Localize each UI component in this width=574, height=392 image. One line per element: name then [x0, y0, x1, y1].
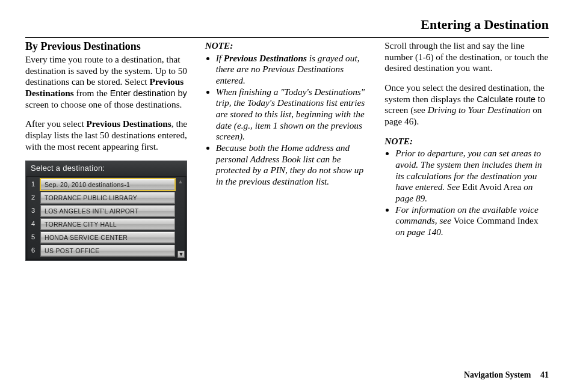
intro-paragraph-2: After you select Previous Destinations, … [25, 118, 190, 152]
divider [25, 37, 549, 38]
text: Calculate route to [477, 94, 545, 104]
scroll-down-icon[interactable]: ▼ [177, 251, 185, 258]
instruction-paragraph: Once you select the desired destination,… [384, 82, 549, 127]
three-column-layout: By Previous Destinations Every time you … [25, 40, 549, 261]
row-number: 4 [28, 218, 40, 230]
note-heading: NOTE: [384, 136, 549, 147]
footer-label: Navigation System [464, 370, 531, 379]
list-item[interactable]: 1 Sep. 20, 2010 destinations-1 [28, 179, 175, 191]
column-2: NOTE: If Previous Destinations is grayed… [205, 40, 369, 261]
column-3: Scroll through the list and say the line… [384, 40, 549, 261]
text: screen (see [384, 105, 427, 115]
text: on page 140. [395, 227, 443, 237]
note-item: Prior to departure, you can set areas to… [395, 148, 549, 204]
note-item: If Previous Destinations is grayed out, … [216, 53, 369, 87]
device-body: 1 Sep. 20, 2010 destinations-1 2 TORRANC… [26, 177, 187, 260]
note-heading: NOTE: [205, 40, 369, 52]
manual-page: Entering a Destination By Previous Desti… [0, 0, 574, 392]
text: from the [74, 88, 110, 98]
row-label: US POST OFFICE [40, 245, 175, 257]
text: Enter destination by [110, 88, 187, 98]
text: After you select [25, 118, 87, 129]
text: Driving to Your Destination [428, 105, 531, 115]
list-item[interactable]: 3 LOS ANGELES INT'L AIRPORT [28, 205, 175, 217]
note-list: If Previous Destinations is grayed out, … [205, 53, 369, 188]
row-label: Sep. 20, 2010 destinations-1 [40, 179, 175, 191]
row-label: TORRANCE CITY HALL [40, 218, 175, 230]
row-number: 5 [28, 231, 40, 243]
note-item: When finishing a "Today's Destinations" … [216, 87, 369, 142]
note-item: For information on the available voice c… [395, 204, 549, 238]
row-number: 6 [28, 245, 40, 257]
text: Previous Destinations [224, 53, 307, 63]
page-footer: Navigation System 41 [464, 370, 549, 380]
device-header: Select a destination: [26, 161, 187, 177]
note-item: Because both the Home address and person… [216, 142, 369, 188]
destination-list: 1 Sep. 20, 2010 destinations-1 2 TORRANC… [26, 177, 177, 260]
text: Voice Command Index [454, 215, 539, 225]
row-label: HONDA SERVICE CENTER [40, 231, 175, 243]
page-number: 41 [540, 370, 549, 379]
nav-device-screenshot: Select a destination: 1 Sep. 20, 2010 de… [25, 161, 187, 261]
text: Previous Destinations [87, 118, 171, 129]
scrollbar: ▲ ▼ [177, 177, 187, 260]
row-number: 2 [28, 192, 40, 204]
row-number: 3 [28, 205, 40, 217]
section-heading: By Previous Destinations [25, 40, 190, 54]
list-item[interactable]: 2 TORRANCE PUBLIC LIBRARY [28, 192, 175, 204]
list-item[interactable]: 5 HONDA SERVICE CENTER [28, 231, 175, 243]
intro-paragraph-1: Every time you route to a destination, t… [25, 54, 190, 110]
list-item[interactable]: 6 US POST OFFICE [28, 245, 175, 257]
row-number: 1 [28, 179, 40, 191]
row-label: TORRANCE PUBLIC LIBRARY [40, 192, 175, 204]
row-label: LOS ANGELES INT'L AIRPORT [40, 205, 175, 217]
scroll-up-icon[interactable]: ▲ [177, 179, 184, 185]
text: Edit Avoid Area [462, 182, 521, 192]
text: screen to choose one of those destinatio… [25, 99, 182, 109]
list-item[interactable]: 4 TORRANCE CITY HALL [28, 218, 175, 230]
instruction-paragraph: Scroll through the list and say the line… [384, 40, 549, 74]
column-1: By Previous Destinations Every time you … [25, 40, 190, 261]
text: If [216, 53, 224, 63]
page-title: Entering a Destination [25, 17, 549, 32]
note-list: Prior to departure, you can set areas to… [384, 148, 549, 237]
